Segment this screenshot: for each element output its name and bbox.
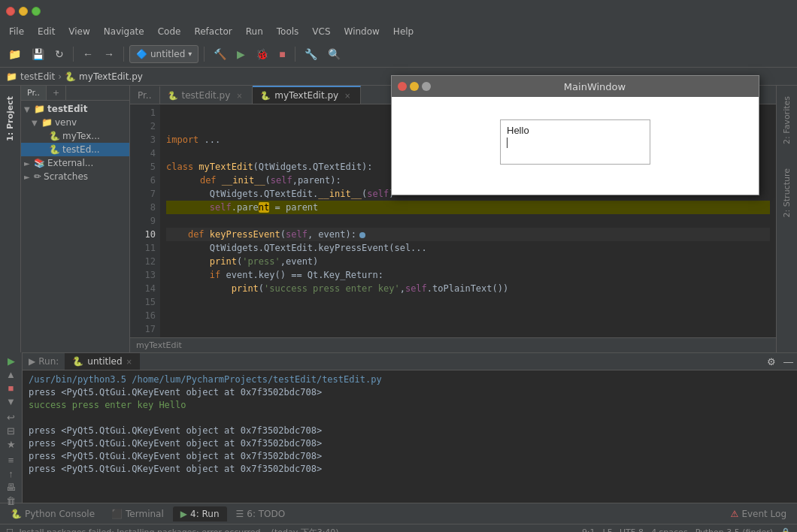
menu-help[interactable]: Help	[387, 25, 420, 38]
menu-bar: File Edit View Navigate Code Refactor Ru…	[0, 23, 797, 41]
build-button[interactable]: 🔨	[210, 46, 230, 62]
refresh-button[interactable]: ↻	[51, 46, 68, 62]
forward-button[interactable]: →	[100, 46, 118, 62]
menu-view[interactable]: View	[62, 25, 95, 38]
run-bookmark-button[interactable]: ★	[3, 439, 20, 450]
menu-vcs[interactable]: VCS	[306, 25, 336, 38]
run-label: ▶ Run:	[23, 353, 65, 370]
back-button[interactable]: ←	[79, 46, 97, 62]
floating-text-area[interactable]: Hello	[500, 119, 650, 165]
search-button[interactable]: 🔍	[324, 46, 344, 62]
code-line-8: self.parent = parent	[166, 201, 770, 214]
tree-item-testeditpy[interactable]: 🐍 testEd...	[21, 143, 129, 156]
code-line-9	[166, 214, 770, 228]
py-icon: 🐍	[49, 131, 60, 141]
structure-label[interactable]: 2: Structure	[782, 164, 792, 222]
folder-icon: 📁	[41, 117, 53, 128]
floating-main-window[interactable]: MainWindow Hello	[391, 75, 759, 195]
editor-footer-filename: myTextEdit	[136, 340, 182, 350]
tree-item-mytextpy[interactable]: 🐍 myTex...	[21, 129, 129, 143]
run-play-button[interactable]: ▶	[3, 355, 20, 367]
tree-item-scratches[interactable]: ► ✏️ Scratches	[21, 170, 129, 183]
tree-item-external[interactable]: ► 📚 External...	[21, 156, 129, 170]
editor-tab-mytextedit[interactable]: 🐍 myTextEdit.py ×	[253, 86, 361, 104]
debug-button[interactable]: 🐞	[252, 46, 272, 62]
tree-label: venv	[55, 117, 77, 128]
tree-item-testEdit[interactable]: ▼ 📁 testEdit	[21, 102, 129, 116]
menu-edit[interactable]: Edit	[32, 25, 61, 38]
editor-tab-testedit[interactable]: 🐍 testEdit.py ×	[160, 86, 253, 104]
status-python[interactable]: Python 3.5 (finder)	[695, 527, 773, 532]
float-min-button[interactable]	[410, 82, 419, 91]
save-button[interactable]: 💾	[28, 46, 48, 62]
status-linesep[interactable]: LF	[603, 527, 612, 532]
footer-tab-run-label: 4: Run	[190, 509, 220, 519]
float-close-button[interactable]	[398, 82, 407, 91]
favorites-label[interactable]: 2: Favorites	[782, 92, 792, 149]
run-filter-button[interactable]: ⊟	[3, 425, 20, 437]
breadcrumb-file-icon: 🐍	[65, 71, 76, 82]
run-print-btn[interactable]: 🖶	[3, 482, 20, 493]
tab-close-mytextedit[interactable]: ×	[342, 90, 353, 101]
project-tree: ▼ 📁 testEdit ▼ 📁 venv 🐍 myTex... 🐍 testE…	[21, 101, 129, 352]
run-panel-minimize-button[interactable]: —	[780, 354, 797, 370]
run-panel-settings-button[interactable]: ⚙	[763, 354, 780, 370]
run-down-button[interactable]: ▼	[3, 396, 20, 407]
panel-tab-add[interactable]: +	[47, 86, 66, 100]
float-max-button[interactable]	[422, 82, 431, 91]
toolbar-separator-3	[204, 47, 205, 62]
toolbar: 📁 💾 ↻ ← → 🔷 untitled ▾ 🔨 ▶ 🐞 ■ 🔧 🔍	[0, 41, 797, 68]
floating-text-content: Hello	[507, 125, 529, 136]
menu-tools[interactable]: Tools	[271, 25, 305, 38]
run-config-button[interactable]: ▶	[233, 46, 249, 62]
footer-tab-todo[interactable]: ☰ 6: TODO	[229, 506, 293, 521]
breadcrumb-folder-icon: 📁	[6, 71, 17, 82]
python-console-icon: 🐍	[11, 509, 22, 519]
run-footer-icon: ▶	[180, 509, 187, 519]
editor-tab-pr[interactable]: Pr..	[130, 86, 160, 104]
footer-tab-terminal[interactable]: ⬛ Terminal	[104, 506, 171, 521]
run-tab-untitled[interactable]: 🐍 untitled ×	[65, 353, 140, 370]
menu-refactor[interactable]: Refactor	[188, 25, 238, 38]
minimize-button[interactable]	[19, 7, 28, 16]
tree-arrow-icon-scr: ►	[24, 173, 32, 181]
run-more-btn[interactable]: ↑	[3, 468, 20, 479]
floating-cursor	[507, 138, 508, 148]
project-panel-label[interactable]: 1: Project	[5, 92, 15, 146]
run-tab-close-icon[interactable]: ×	[126, 358, 132, 366]
open-folder-button[interactable]: 📁	[5, 46, 25, 62]
menu-run[interactable]: Run	[240, 25, 269, 38]
status-position[interactable]: 9:1	[582, 527, 595, 532]
tree-item-venv[interactable]: ▼ 📁 venv	[21, 116, 129, 129]
menu-navigate[interactable]: Navigate	[98, 25, 150, 38]
stop-button[interactable]: ■	[275, 46, 289, 62]
status-indent[interactable]: 4 spaces	[651, 527, 688, 532]
footer-tab-python-console[interactable]: 🐍 Python Console	[3, 506, 102, 521]
run-output-line-2: press <PyQt5.QtGui.QKeyEvent object at 0…	[29, 386, 791, 399]
status-encoding[interactable]: UTF-8	[620, 527, 644, 532]
menu-window[interactable]: Window	[338, 25, 386, 38]
panel-tab-project[interactable]: Pr..	[21, 86, 47, 100]
tree-arrow-icon-ext: ►	[24, 159, 32, 168]
run-up-button[interactable]: ▲	[3, 369, 20, 380]
run-wrap-button[interactable]: ↩	[3, 412, 20, 423]
scratch-icon: ✏️	[34, 171, 41, 182]
footer-tab-event-log[interactable]: ⚠ Event Log	[723, 506, 794, 521]
close-button[interactable]	[6, 7, 15, 16]
run-settings-btn[interactable]: ≡	[3, 455, 20, 466]
breadcrumb-file[interactable]: myTextEdit.py	[79, 71, 143, 82]
code-line-16	[166, 309, 770, 322]
project-panel: Pr.. + ▼ 📁 testEdit ▼ 📁 venv 🐍 myTex... …	[21, 86, 130, 352]
footer-tab-run[interactable]: ▶ 4: Run	[173, 506, 227, 521]
footer-tab-event-label: Event Log	[741, 509, 786, 519]
status-checkbox[interactable]: ☐	[6, 527, 14, 532]
settings-button[interactable]: 🔧	[301, 46, 321, 62]
project-dropdown[interactable]: 🔷 untitled ▾	[129, 45, 198, 63]
run-stop-button[interactable]: ■	[3, 382, 20, 394]
menu-file[interactable]: File	[3, 25, 30, 38]
menu-code[interactable]: Code	[152, 25, 187, 38]
run-trash-btn[interactable]: 🗑	[3, 495, 20, 506]
maximize-button[interactable]	[32, 7, 41, 16]
breadcrumb-project[interactable]: testEdit	[20, 71, 55, 82]
tab-close-testedit[interactable]: ×	[234, 90, 244, 101]
